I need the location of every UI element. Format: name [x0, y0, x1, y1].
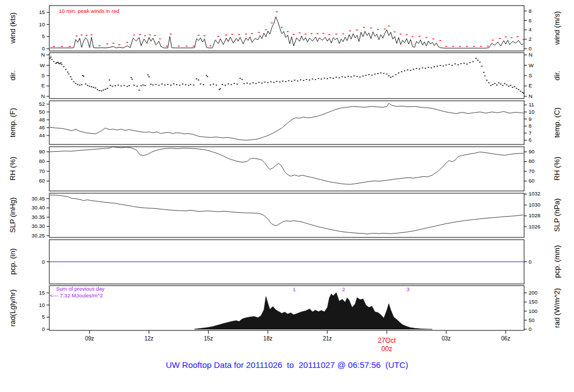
x-tick-label: 06z	[501, 335, 510, 342]
y-tick-label: N	[41, 93, 45, 99]
x-axis: 09z12z15z18z21z27Oct00z03z06z	[85, 330, 510, 353]
y-tick-label: 6	[529, 17, 531, 24]
y-tick-label: 90	[529, 148, 535, 155]
y-tick-label: 0	[529, 259, 531, 265]
y-tick-label: 11	[529, 101, 534, 108]
panel-rad: 051015050100150200123	[39, 286, 537, 332]
x-tick-label: 18z	[263, 335, 272, 342]
y-tick-label: 50	[39, 109, 45, 115]
y-tick-label: W	[40, 62, 45, 68]
y-tick-label: 30.25	[31, 232, 45, 239]
y-tick-label: 1032	[529, 190, 540, 197]
y-tick-label: 48	[39, 116, 45, 123]
y-tick-label: N	[41, 52, 45, 58]
x-tick-label: 21z	[323, 335, 332, 342]
y-tick-label: 15	[39, 290, 45, 296]
y-tick-label: 10	[529, 109, 535, 115]
panel-pcp: 00	[42, 240, 532, 284]
y-tick-label: 30.30	[31, 223, 45, 229]
meteogram-chart-canvas: 05101502468NESWNNESWN4446485052678910116…	[0, 0, 574, 392]
rad-marker-1: 1	[293, 286, 295, 292]
axis-label-wind-ms: wind (m/s)	[553, 11, 561, 45]
y-tick-label: 0	[42, 259, 45, 265]
x-tick-label-date: 27Oct	[378, 337, 396, 344]
axis-label-slp-hpa: SLP (hPa)	[553, 198, 561, 232]
axis-label-dir-right: dir.	[553, 71, 561, 80]
y-tick-label: 0	[529, 45, 531, 52]
y-tick-label: 46	[39, 124, 45, 130]
y-tick-label: W	[529, 62, 534, 68]
x-tick-label: 03z	[442, 335, 451, 342]
rad-sum-annotation-line1: Sum of previous day	[56, 286, 105, 292]
y-tick-label: 4	[529, 26, 531, 32]
y-tick-label: 0	[529, 326, 531, 332]
y-tick-label: 30.45	[31, 195, 45, 202]
y-tick-label: S	[529, 72, 532, 78]
y-tick-label: 1026	[529, 223, 540, 230]
rad-marker-3: 3	[406, 286, 409, 292]
chart-title: UW Rooftop Data for 20111026 to 20111027…	[0, 360, 574, 370]
y-tick-label: N	[529, 52, 533, 58]
series-temp_f	[50, 104, 524, 141]
y-tick-label: 44	[39, 132, 45, 138]
axis-label-wind-kts: wind (kts)	[8, 12, 17, 44]
axis-label-rad-wm2: rad (W/m^2)	[553, 288, 561, 328]
axis-label-temp-c: temp. (C)	[553, 108, 561, 138]
y-tick-label: 60	[529, 178, 535, 184]
y-tick-label: 30.40	[31, 204, 45, 211]
wind-peak-annotation: 10 min. peak winds in red	[59, 8, 119, 14]
y-tick-label: 60	[39, 178, 45, 184]
y-tick-label: 6	[529, 137, 531, 143]
series-rh_pct	[50, 147, 524, 184]
y-tick-label: 5	[42, 314, 45, 320]
y-tick-label: 80	[529, 158, 535, 164]
axis-label-pcp-in: pcp. (in)	[8, 249, 17, 275]
y-tick-label: 7	[529, 130, 531, 136]
series-wind_peak_kts	[53, 11, 525, 46]
y-tick-label: S	[41, 72, 45, 78]
y-tick-label: 8	[529, 8, 531, 14]
axis-label-slp-inhg: SLP (inHg)	[8, 197, 17, 232]
y-tick-label: 90	[39, 148, 45, 155]
y-tick-label: 200	[529, 290, 538, 296]
panel-temp: 444648505267891011	[39, 101, 534, 144]
y-tick-label: 8	[529, 123, 531, 129]
y-tick-label: 2	[529, 36, 531, 42]
y-tick-label: 1030	[529, 202, 540, 208]
series-slp_inhg	[50, 195, 524, 234]
y-tick-label: 10	[39, 21, 45, 27]
y-tick-label: 0	[42, 45, 45, 52]
axis-label-rad-lgly: rad(Lgly/hr)	[8, 290, 17, 326]
y-tick-label: 9	[529, 116, 531, 122]
x-tick-label: 12z	[145, 335, 154, 342]
y-tick-label: 150	[529, 298, 538, 305]
y-tick-label: N	[529, 93, 533, 99]
panel-rh: 6070809060708090	[39, 147, 534, 191]
x-tick-label: 15z	[204, 335, 213, 342]
axis-label-rh-left: RH (%)	[8, 157, 17, 181]
axis-label-dir-left: dir.	[8, 71, 17, 80]
y-tick-label: 100	[529, 308, 538, 314]
x-tick-label: 09z	[85, 335, 94, 342]
y-tick-label: 70	[39, 168, 45, 174]
x-tick-label-hour: 00z	[381, 345, 392, 353]
rad-sum-annotation-line2: <--- 7.32 MJoules/m^2	[50, 292, 103, 298]
panel-dir: NESWNNESWN	[40, 52, 534, 99]
y-tick-label: 0	[42, 326, 45, 332]
series-wind_avg_kts	[50, 17, 524, 48]
axis-label-pcp-mm: pcp. (mm)	[553, 245, 561, 278]
y-tick-label: 5	[42, 33, 45, 39]
axis-label-temp-f: temp. (F)	[8, 108, 17, 138]
y-tick-label: 50	[529, 317, 535, 323]
series-rad_lgly	[195, 293, 432, 329]
series-wind_dir_deg	[49, 57, 524, 94]
panel-slp: 30.2530.3030.3530.4030.45102610281030103…	[31, 190, 540, 238]
weather-meteogram-page: 05101502468NESWNNESWN4446485052678910116…	[0, 0, 574, 392]
rad-marker-2: 2	[342, 286, 345, 292]
y-tick-label: 30.35	[31, 214, 45, 220]
y-tick-label: 1028	[529, 212, 540, 218]
y-tick-label: 70	[529, 168, 535, 174]
y-tick-label: E	[529, 82, 532, 88]
y-tick-label: 80	[39, 158, 45, 164]
axis-label-rh-right: RH (%)	[553, 157, 561, 181]
